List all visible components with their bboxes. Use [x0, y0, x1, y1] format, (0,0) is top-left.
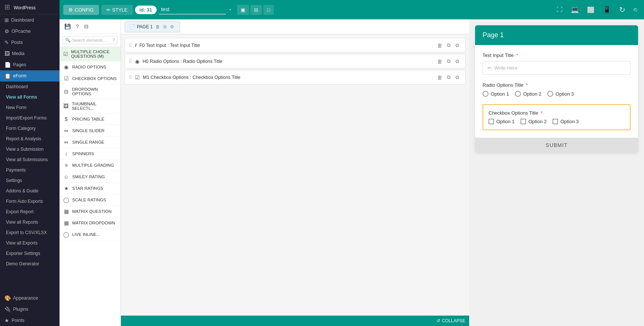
sidebar-item-export-csv[interactable]: Export to CSV/XLSX — [0, 227, 60, 238]
style-button[interactable]: ✏ STYLE — [101, 5, 133, 15]
sidebar-item-export-report[interactable]: Export Report — [0, 207, 60, 217]
checkbox-option-1[interactable]: Option 1 — [488, 119, 515, 124]
sidebar-item-view-all-forms[interactable]: View all Forms — [0, 92, 60, 102]
sidebar-item-view-all-exports[interactable]: View all Exports — [0, 238, 60, 248]
bottom-bar: ↺ COLLAPSE — [121, 316, 469, 326]
preview-checkbox-field: Checkbox Options Title * Option 1 Option… — [483, 104, 631, 130]
preview-radio-group: Option 1 Option 2 Option 3 — [483, 91, 631, 97]
tab-delete-button[interactable]: 🗑 — [154, 24, 161, 30]
submit-button[interactable]: SUBMIT — [475, 138, 638, 153]
preview-panel: Page 1 Text Input Title * ✏ Write Here — [469, 19, 644, 326]
row-copy-button-1[interactable]: ⧉ — [445, 57, 452, 65]
element-item-dropdown-options[interactable]: ⊟ DROPDOWN OPTIONS — [60, 84, 121, 99]
row-delete-button-2[interactable]: 🗑 — [436, 74, 444, 81]
element-item-thumbnail-select[interactable]: 🖼 THUMBNAIL SELECTL... — [60, 99, 121, 114]
sidebar-item-addons-guide[interactable]: Addons & Guide — [0, 186, 60, 196]
required-asterisk-checkbox: * — [541, 110, 542, 116]
radio-option-1[interactable]: Option 1 — [483, 91, 509, 97]
external-link-button[interactable]: ⎋ — [631, 4, 640, 15]
layout-toggle-button[interactable]: ⊟ — [82, 22, 90, 31]
page-tab-1[interactable]: 📄 PAGE 1 🗑 ⧉ ⚙ — [125, 21, 180, 32]
element-item-scale-ratings[interactable]: ◯ SCALE RATINGS — [60, 194, 121, 206]
responsive-tablet-button[interactable]: ⬜ — [584, 4, 597, 16]
config-button[interactable]: ⚙ CONFIG — [63, 5, 99, 15]
element-item-single-slider[interactable]: ⇔ SINGLE SLIDER — [60, 125, 121, 137]
sidebar-item-payments[interactable]: Payments — [0, 165, 60, 175]
sidebar-item-plugins[interactable]: 🔌 Plugins — [0, 304, 60, 315]
drag-handle-icon: ⠿ — [129, 59, 132, 64]
row-settings-button-2[interactable]: ⚙ — [454, 74, 461, 81]
sidebar-item-settings[interactable]: Settings — [0, 175, 60, 186]
radio-circle-1 — [483, 91, 488, 97]
elements-panel: 💾 ? ⊟ 🔍 ? ☑ MULTIPLE CHOICE QUESTIONS (M… — [60, 19, 121, 326]
preview-text-input-box[interactable]: ✏ Write Here — [483, 61, 631, 75]
element-item-radio-options[interactable]: ◉ RADIO OPTIONS — [60, 61, 121, 73]
sidebar-item-points[interactable]: ★ Points — [0, 315, 60, 326]
collapse-button[interactable]: ↺ COLLAPSE — [436, 318, 465, 323]
form-title-input[interactable] — [159, 5, 226, 15]
text-input-type-icon: I — [135, 42, 137, 48]
checkbox-option-3[interactable]: Option 3 — [552, 119, 579, 124]
radio-option-3[interactable]: Option 3 — [547, 91, 574, 97]
sidebar-item-form-category[interactable]: Form Category — [0, 123, 60, 134]
sidebar-item-posts[interactable]: ✎ Posts — [0, 37, 60, 48]
smiley-rating-icon: ☺ — [63, 174, 69, 180]
sidebar-item-view-all-submissions[interactable]: View all Submissions — [0, 154, 60, 165]
search-input[interactable] — [72, 38, 111, 42]
row-actions-1: 🗑 ⧉ ⚙ — [436, 57, 461, 65]
sidebar-item-view-all-reports[interactable]: View all Reports — [0, 217, 60, 227]
responsive-desktop-wide-button[interactable]: ⛶ — [554, 4, 565, 15]
single-slider-icon: ⇔ — [63, 128, 69, 134]
responsive-mobile-button[interactable]: 📱 — [600, 3, 614, 16]
tab-settings-button[interactable]: ⚙ — [169, 24, 175, 30]
sidebar-item-report-analysis[interactable]: Report & Analysis — [0, 134, 60, 144]
element-item-star-ratings[interactable]: ★ STAR RATINGS — [60, 183, 121, 194]
sidebar-item-demo-generator[interactable]: Demo Generator — [0, 259, 60, 269]
radio-option-2[interactable]: Option 2 — [515, 91, 541, 97]
sidebar-item-new-form[interactable]: New Form — [0, 102, 60, 113]
element-item-pricing-table[interactable]: $ PRICING TABLE — [60, 114, 121, 125]
eform-icon: 📋 — [4, 73, 11, 79]
sidebar-item-form-auto-exports[interactable]: Form Auto Exports — [0, 196, 60, 207]
config-icon: ⚙ — [68, 7, 73, 13]
form-id-badge: id: 31 — [135, 6, 157, 14]
sidebar-item-import-export[interactable]: Import/Export Forms — [0, 113, 60, 123]
element-item-matrix-question[interactable]: ▦ MATRIX QUESTION — [60, 206, 121, 217]
tab-copy-button[interactable]: ⧉ — [162, 24, 168, 30]
spinners-icon: ↕ — [63, 151, 69, 157]
element-item-multiple-grading[interactable]: ≡ MULTIPLE GRADING — [60, 160, 121, 171]
preview-form-header: Page 1 — [475, 25, 638, 45]
element-item-smiley-rating[interactable]: ☺ SMILEY RATING — [60, 171, 121, 183]
sidebar-item-appearance[interactable]: 🎨 Appearance — [0, 293, 60, 304]
responsive-desktop-button[interactable]: 💻 — [568, 3, 582, 16]
row-delete-button-0[interactable]: 🗑 — [436, 42, 444, 49]
sidebar-item-dashboard[interactable]: ⊞ Dashboard — [0, 15, 60, 26]
checkbox-type-icon: ☑ — [135, 74, 140, 80]
layout-single-button[interactable]: □ — [263, 5, 274, 15]
element-item-multiple-choice[interactable]: ☑ MULTIPLE CHOICE QUESTIONS (M) — [60, 47, 121, 61]
layout-split-button[interactable]: ⊟ — [250, 5, 262, 15]
help-button[interactable]: ? — [74, 22, 81, 31]
refresh-button[interactable]: ↻ — [616, 3, 628, 16]
sidebar-item-exporter-settings[interactable]: Exporter Settings — [0, 248, 60, 259]
sidebar-item-eform-dashboard[interactable]: Dashboard — [0, 82, 60, 92]
element-item-live-inline[interactable]: ◯ LIVE INLINE... — [60, 229, 121, 240]
page-tab-icon: 📄 — [129, 24, 135, 29]
element-item-single-range[interactable]: ⇔ SINGLE RANGE — [60, 137, 121, 148]
sidebar-item-pages[interactable]: 📄 Pages — [0, 59, 60, 70]
checkbox-option-2[interactable]: Option 2 — [520, 119, 547, 124]
sidebar-item-eform[interactable]: 📋 eForm — [0, 70, 60, 82]
sidebar-item-media[interactable]: 🖼 Media — [0, 48, 60, 59]
save-draft-button[interactable]: 💾 — [63, 22, 73, 31]
element-item-spinners[interactable]: ↕ SPINNERS — [60, 148, 121, 160]
layout-full-button[interactable]: ▣ — [237, 5, 249, 15]
sidebar-item-view-submission[interactable]: View a Submission — [0, 144, 60, 154]
row-copy-button-2[interactable]: ⧉ — [445, 73, 452, 81]
sidebar-item-opcache[interactable]: ⚙ OPcache — [0, 26, 60, 37]
element-item-checkbox-options[interactable]: ☑ CHECKBOX OPTIONS — [60, 73, 121, 84]
row-settings-button-0[interactable]: ⚙ — [454, 42, 461, 49]
row-copy-button-0[interactable]: ⧉ — [445, 41, 452, 49]
element-item-matrix-dropdown[interactable]: ▦ MATRIX DROPDOWN — [60, 217, 121, 229]
row-settings-button-1[interactable]: ⚙ — [454, 58, 461, 65]
row-delete-button-1[interactable]: 🗑 — [436, 58, 444, 65]
